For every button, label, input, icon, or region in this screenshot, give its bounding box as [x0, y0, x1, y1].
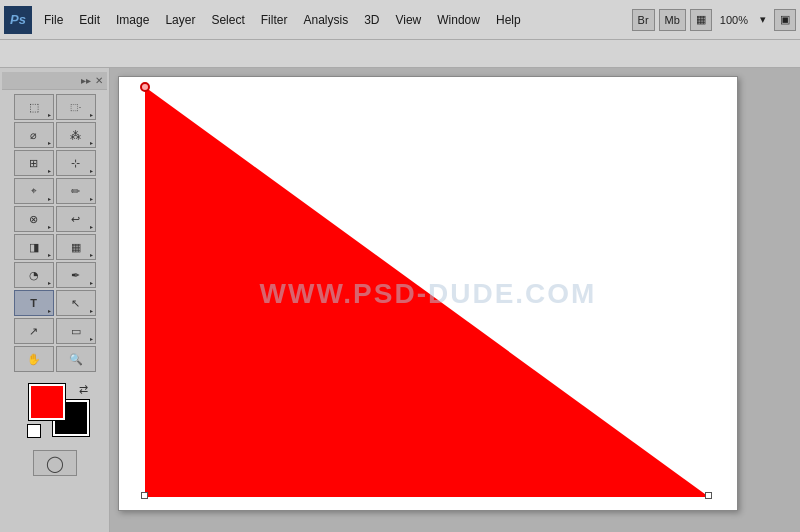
dodge-tool[interactable]: ◔ ▸ — [14, 262, 54, 288]
menu-file[interactable]: File — [36, 9, 71, 31]
eyedropper-tool[interactable]: ⊹ ▸ — [56, 150, 96, 176]
tool-row-7: ◔ ▸ ✒ ▸ — [2, 262, 107, 288]
marquee-rect-tool[interactable]: ⬚ ▸ — [14, 94, 54, 120]
pen-tool[interactable]: ✒ ▸ — [56, 262, 96, 288]
tool-row-9: ↗ ▭ ▸ — [2, 318, 107, 344]
eraser-tool[interactable]: ◨ ▸ — [14, 234, 54, 260]
toolbar-collapse-icon[interactable]: ▸▸ — [81, 75, 91, 86]
mini-button[interactable]: Mb — [659, 9, 686, 31]
menu-items: File Edit Image Layer Select Filter Anal… — [36, 9, 632, 31]
tool-arrow: ▸ — [90, 279, 93, 286]
direct-selection-icon: ↗ — [29, 325, 38, 338]
bridge-button[interactable]: Br — [632, 9, 655, 31]
zoom-icon: 🔍 — [69, 353, 83, 366]
anchor-square-bottom-left — [141, 492, 148, 499]
ps-logo: Ps — [4, 6, 32, 34]
tool-row-3: ⊞ ▸ ⊹ ▸ — [2, 150, 107, 176]
tool-arrow: ▸ — [48, 139, 51, 146]
marquee-rect-icon: ⬚ — [29, 101, 39, 114]
canvas-svg — [119, 77, 738, 511]
options-bar — [0, 40, 800, 68]
marquee-single-icon: ⬚· — [70, 102, 82, 112]
tool-arrow: ▸ — [90, 195, 93, 202]
toolbar-header: ▸▸ ✕ — [2, 72, 107, 90]
tool-arrow: ▸ — [48, 195, 51, 202]
tool-arrow: ▸ — [48, 223, 51, 230]
zoom-display: 100% — [716, 12, 752, 28]
eyedropper-icon: ⊹ — [71, 157, 80, 170]
tool-arrow: ▸ — [90, 335, 93, 342]
menu-help[interactable]: Help — [488, 9, 529, 31]
tool-row-6: ◨ ▸ ▦ ▸ — [2, 234, 107, 260]
tool-arrow: ▸ — [90, 139, 93, 146]
canvas-container: WWW.PSD-DUDE.COM — [118, 76, 738, 511]
main-area: ▸▸ ✕ ⬚ ▸ ⬚· ▸ ⌀ ▸ ⁂ ▸ — [0, 68, 800, 532]
menu-select[interactable]: Select — [203, 9, 252, 31]
hand-tool[interactable]: ✋ — [14, 346, 54, 372]
pen-icon: ✒ — [71, 269, 80, 282]
quick-mask-button[interactable]: ◯ — [33, 450, 77, 476]
type-tool[interactable]: T ▸ — [14, 290, 54, 316]
tool-row-1: ⬚ ▸ ⬚· ▸ — [2, 94, 107, 120]
left-toolbar: ▸▸ ✕ ⬚ ▸ ⬚· ▸ ⌀ ▸ ⁂ ▸ — [0, 68, 110, 532]
menu-image[interactable]: Image — [108, 9, 157, 31]
hand-icon: ✋ — [27, 353, 41, 366]
anchor-point-top — [140, 82, 150, 92]
red-triangle — [145, 87, 709, 497]
shape-tool[interactable]: ▭ ▸ — [56, 318, 96, 344]
brush-tool[interactable]: ✏ ▸ — [56, 178, 96, 204]
foreground-color-swatch[interactable] — [29, 384, 65, 420]
clone-stamp-icon: ⊗ — [29, 213, 38, 226]
tool-arrow: ▸ — [48, 251, 51, 258]
toolbar-close-icon[interactable]: ✕ — [95, 75, 103, 86]
menu-3d[interactable]: 3D — [356, 9, 387, 31]
quick-mask-icon: ◯ — [46, 454, 64, 473]
tool-arrow: ▸ — [48, 307, 51, 314]
menu-view[interactable]: View — [387, 9, 429, 31]
canvas-area: WWW.PSD-DUDE.COM — [110, 68, 800, 532]
spot-heal-icon: ⌖ — [31, 185, 37, 197]
tool-arrow: ▸ — [48, 111, 51, 118]
path-selection-tool[interactable]: ↖ ▸ — [56, 290, 96, 316]
tool-arrow: ▸ — [90, 167, 93, 174]
eraser-icon: ◨ — [29, 241, 39, 254]
history-brush-icon: ↩ — [71, 213, 80, 226]
brush-icon: ✏ — [71, 185, 80, 198]
path-selection-icon: ↖ — [71, 297, 80, 310]
tool-row-10: ✋ 🔍 — [2, 346, 107, 372]
marquee-single-tool[interactable]: ⬚· ▸ — [56, 94, 96, 120]
shape-icon: ▭ — [71, 325, 81, 338]
spot-heal-tool[interactable]: ⌖ ▸ — [14, 178, 54, 204]
direct-selection-tool[interactable]: ↗ — [14, 318, 54, 344]
history-brush-tool[interactable]: ↩ ▸ — [56, 206, 96, 232]
menu-filter[interactable]: Filter — [253, 9, 296, 31]
crop-tool[interactable]: ⊞ ▸ — [14, 150, 54, 176]
layout-button[interactable]: ▦ — [690, 9, 712, 31]
menu-window[interactable]: Window — [429, 9, 488, 31]
tool-row-8: T ▸ ↖ ▸ — [2, 290, 107, 316]
clone-stamp-tool[interactable]: ⊗ ▸ — [14, 206, 54, 232]
lasso-tool[interactable]: ⌀ ▸ — [14, 122, 54, 148]
menu-edit[interactable]: Edit — [71, 9, 108, 31]
tool-arrow: ▸ — [48, 167, 51, 174]
zoom-tool[interactable]: 🔍 — [56, 346, 96, 372]
menu-analysis[interactable]: Analysis — [295, 9, 356, 31]
screen-mode-button[interactable]: ▣ — [774, 9, 796, 31]
tool-arrow: ▸ — [90, 223, 93, 230]
tool-arrow: ▸ — [90, 111, 93, 118]
swap-colors-button[interactable]: ⇄ — [77, 382, 91, 396]
magic-wand-tool[interactable]: ⁂ ▸ — [56, 122, 96, 148]
menu-right-controls: Br Mb ▦ 100% ▾ ▣ — [632, 9, 796, 31]
type-icon: T — [30, 297, 37, 309]
zoom-dropdown[interactable]: ▾ — [756, 11, 770, 28]
anchor-square-bottom-right — [705, 492, 712, 499]
tool-row-5: ⊗ ▸ ↩ ▸ — [2, 206, 107, 232]
tool-arrow: ▸ — [90, 307, 93, 314]
crop-icon: ⊞ — [29, 157, 38, 170]
menu-layer[interactable]: Layer — [157, 9, 203, 31]
tool-arrow: ▸ — [48, 279, 51, 286]
gradient-tool[interactable]: ▦ ▸ — [56, 234, 96, 260]
tool-arrow: ▸ — [90, 251, 93, 258]
tool-row-2: ⌀ ▸ ⁂ ▸ — [2, 122, 107, 148]
reset-colors-button[interactable] — [27, 424, 41, 438]
